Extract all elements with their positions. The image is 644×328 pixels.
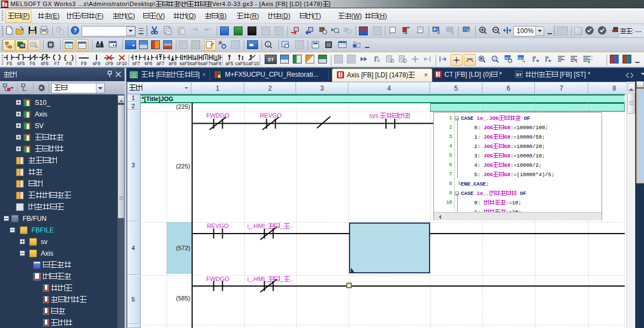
svg-text:?: ? [73, 27, 77, 34]
svg-text:1: 1 [267, 42, 270, 47]
svg-text:DEV: DEV [517, 56, 524, 60]
svg-text:{ }: { } [63, 55, 74, 61]
